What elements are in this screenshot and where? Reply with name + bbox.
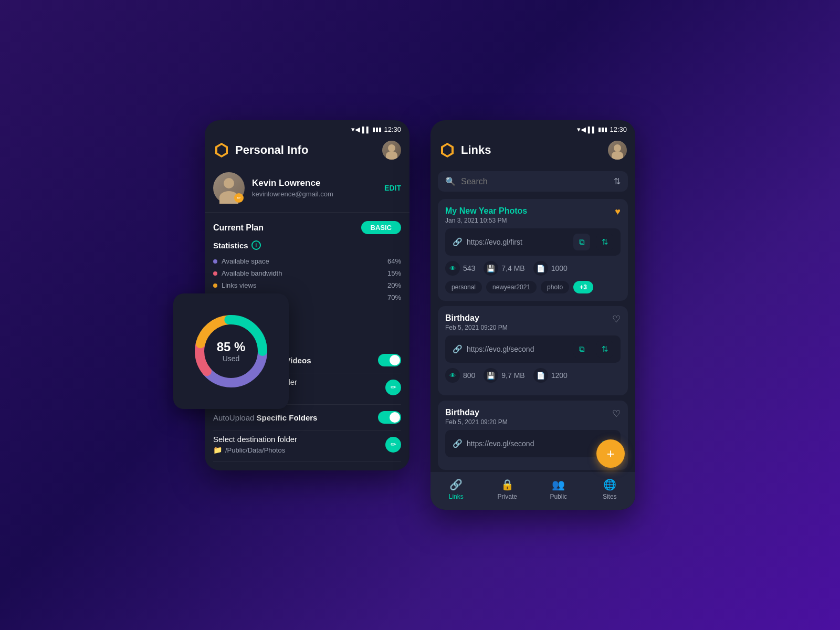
plan-label: Current Plan: [213, 223, 264, 233]
link-card-3-header: Birthday Feb 5, 2021 09:20 PM ♡: [445, 408, 621, 426]
link-card-3-title: Birthday: [445, 408, 508, 417]
links-list: My New Year Photos Jan 3, 2021 10:53 PM …: [430, 199, 635, 470]
link-card-1: My New Year Photos Jan 3, 2021 10:53 PM …: [438, 199, 628, 301]
statistics-label: Statistics: [213, 241, 248, 250]
tag-plus[interactable]: +3: [573, 281, 593, 293]
plan-badge: BASIC: [361, 221, 401, 234]
link-stat-files-1: 📄 1000: [533, 261, 568, 276]
donut-center-text: 85 % Used: [217, 340, 246, 363]
link-card-1-header: My New Year Photos Jan 3, 2021 10:53 PM …: [445, 206, 621, 224]
nav-item-public[interactable]: 👥 Public: [533, 478, 584, 500]
stats-value-folders: 70%: [387, 293, 401, 301]
share-btn-2[interactable]: ⇅: [596, 341, 613, 358]
screen-title-left: Personal Info: [235, 143, 308, 157]
avatar-edit-badge[interactable]: ✏: [234, 193, 244, 203]
fab-add-button[interactable]: +: [596, 439, 625, 468]
tags-row-1: personal newyear2021 photo +3: [445, 281, 621, 293]
link-card-1-heart[interactable]: ♥: [615, 206, 621, 217]
user-avatar-large: ✏: [213, 172, 245, 204]
link-actions-1: ⧉ ⇅: [573, 234, 613, 250]
user-email: kevinlowrence@gmail.com: [252, 190, 377, 198]
link-url-left-1: 🔗 https://evo.gl/first: [453, 237, 522, 247]
nav-private-label: Private: [498, 493, 517, 500]
tag-newyear: newyear2021: [486, 281, 537, 293]
wifi-icon-right: ▾◀: [577, 125, 586, 133]
stats-label-space: Available space: [222, 257, 269, 265]
tag-personal: personal: [445, 281, 482, 293]
copy-btn-2[interactable]: ⧉: [573, 341, 590, 358]
user-avatar-header: [382, 141, 401, 160]
donut-wrapper: 85 % Used: [189, 309, 273, 393]
link-chain-icon-2: 🔗: [453, 344, 463, 354]
user-details: Kevin Lowrence kevinlowrence@gmail.com: [252, 178, 377, 198]
nav-item-links[interactable]: 🔗 Links: [430, 478, 482, 500]
link-card-3-heart[interactable]: ♡: [612, 408, 621, 419]
link-card-2: Birthday Feb 5, 2021 09:20 PM ♡ 🔗 https:…: [438, 306, 628, 395]
stats-label-bandwidth: Available bandwidth: [222, 269, 282, 277]
files-count-1: 1000: [551, 264, 568, 272]
views-count-1: 543: [463, 264, 475, 272]
files-count-2: 1200: [551, 371, 568, 380]
link-url-text-1: https://evo.gl/first: [467, 238, 522, 246]
stats-dot-space: [213, 259, 217, 264]
autoupload-specific-label: AutoUpload Specific Folders: [213, 413, 317, 422]
link-stats-row-1: 👁 543 💾 7,4 MB 📄 1000: [445, 261, 621, 276]
header-left-right: Links: [439, 142, 491, 159]
link-actions-2: ⧉ ⇅: [573, 341, 613, 358]
link-url-left-2: 🔗 https://evo.gl/second: [453, 344, 534, 354]
link-chain-icon-1: 🔗: [453, 237, 463, 247]
stats-value-views: 20%: [387, 281, 401, 289]
statistics-header: Statistics i: [213, 240, 401, 250]
link-chain-icon-3: 🔗: [453, 439, 463, 448]
size-icon-1: 💾: [484, 261, 498, 276]
stats-label-views: Links views: [222, 281, 256, 289]
views-icon-2: 👁: [445, 368, 460, 383]
nav-sites-label: Sites: [603, 493, 617, 500]
link-stats-row-2: 👁 800 💾 9,7 MB 📄 1200: [445, 368, 621, 383]
link-stat-size-2: 💾 9,7 MB: [484, 368, 524, 383]
nav-item-private[interactable]: 🔒 Private: [482, 478, 533, 500]
nav-item-sites[interactable]: 🌐 Sites: [584, 478, 636, 500]
link-url-text-2: https://evo.gl/second: [467, 345, 534, 353]
link-url-row-1: 🔗 https://evo.gl/first ⧉ ⇅: [445, 228, 621, 256]
screen-header-right: Links: [430, 136, 635, 167]
search-bar[interactable]: 🔍 ⇅: [438, 171, 628, 192]
status-time-left: 12:30: [384, 125, 401, 133]
link-url-text-3: https://evo.gl/second: [467, 439, 534, 448]
views-icon-1: 👁: [445, 261, 460, 276]
status-time-right: 12:30: [610, 125, 627, 133]
nav-public-label: Public: [550, 493, 567, 500]
link-card-2-title-area: Birthday Feb 5, 2021 09:20 PM: [445, 313, 508, 331]
share-btn-1[interactable]: ⇅: [596, 234, 613, 250]
link-card-2-heart[interactable]: ♡: [612, 313, 621, 325]
edit-folder-btn-1[interactable]: ✏: [385, 380, 401, 395]
folder-path-text-2: /Public/Data/Photos: [225, 446, 285, 454]
copy-btn-1[interactable]: ⧉: [573, 234, 590, 250]
stats-item-views: Links views 20%: [213, 279, 401, 291]
signal-icon-right: ▌▌: [588, 127, 596, 133]
size-value-1: 7,4 MB: [501, 264, 524, 272]
link-card-1-date: Jan 3, 2021 10:53 PM: [445, 217, 527, 224]
link-card-2-title: Birthday: [445, 313, 508, 323]
bottom-nav: 🔗 Links 🔒 Private 👥 Public 🌐 Sites: [430, 472, 635, 510]
stats-value-bandwidth: 15%: [387, 269, 401, 277]
link-url-row-3: 🔗 https://evo.gl/second ⧉: [445, 430, 621, 457]
search-input[interactable]: [461, 177, 608, 186]
autoupload-photos-toggle[interactable]: [378, 354, 401, 366]
stats-value-space: 64%: [387, 257, 401, 265]
nav-links-icon: 🔗: [449, 478, 463, 491]
stats-item-bandwidth: Available bandwidth 15%: [213, 267, 401, 279]
edit-folder-btn-2[interactable]: ✏: [385, 437, 401, 453]
link-stat-files-2: 📄 1200: [533, 368, 568, 383]
link-stat-size-1: 💾 7,4 MB: [484, 261, 524, 276]
right-screen: ▾◀ ▌▌ ▮▮▮ 12:30 Links 🔍 ⇅: [430, 120, 635, 510]
link-url-row-2: 🔗 https://evo.gl/second ⧉ ⇅: [445, 335, 621, 363]
battery-icon-right: ▮▮▮: [598, 126, 607, 133]
search-icon: 🔍: [445, 176, 456, 186]
autoupload-specific-toggle[interactable]: [378, 411, 401, 424]
edit-button[interactable]: EDIT: [384, 184, 401, 192]
nav-links-label: Links: [449, 493, 464, 500]
donut-used: Used: [217, 354, 246, 363]
sort-icon[interactable]: ⇅: [614, 176, 621, 186]
stats-dot-bandwidth: [213, 271, 217, 276]
